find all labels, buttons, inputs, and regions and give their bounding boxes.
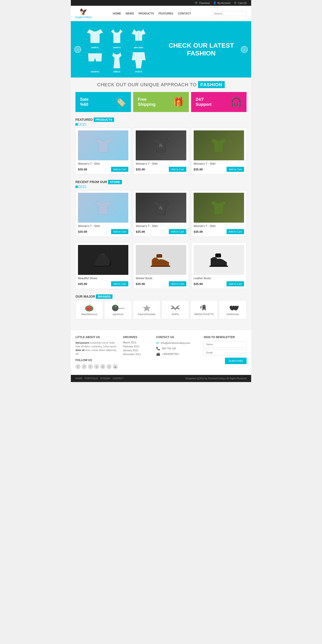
newsletter-email-input[interactable] [204,349,246,356]
scroll-dot-r4 [84,186,86,188]
search-input[interactable] [212,11,246,16]
footer-link-home[interactable]: HOME [76,377,82,380]
recent-name-5: Worker Boots [136,277,186,280]
checkout-icon: 🛒 [195,2,198,4]
brand-watermelocious[interactable]: WaterMelocious [76,300,103,319]
recent-image-3 [194,193,244,223]
feature-box-shipping: FreeShipping 🎁 [133,92,188,112]
footer-contact: CONTACT US ✉ info@premiumcoding.com 📞 80… [156,336,199,369]
product-image-1 [78,130,128,160]
subscribe-button[interactable]: SUBSCRIBE [225,358,246,364]
tagline-text: CHECK OUT OUR UNIQUE APPROACH TO [97,82,197,87]
brand-mansilhouette[interactable]: MANSILHOUETTE [190,300,218,319]
recent-cart-btn-1[interactable]: Add to Cart [111,229,128,234]
support-icon: 🎧 [230,96,242,108]
archives-title: ARCHIVES [123,336,152,339]
featured-scroll-nav [76,123,246,126]
checkout-link[interactable]: 🛒 Checkout [195,2,210,4]
add-to-cart-btn-2[interactable]: Add to Cart [169,167,186,172]
archive-march-2012[interactable]: March 2012 [123,341,152,344]
twitter-icon[interactable]: t [82,364,87,369]
brand-birdfly[interactable]: BirdFly [162,300,189,319]
product-footer-3: $35.99 Add to Cart [194,167,244,172]
product-name-2: Woman's T - Shirt [136,162,186,165]
main-content: CHECK OUT OUR UNIQUE APPROACH TO FASHION… [71,78,251,330]
add-to-cart-btn-3[interactable]: Add to Cart [226,167,244,172]
scroll-dot-3 [81,123,83,126]
recent-cart-btn-3[interactable]: Add to Cart [226,229,244,234]
featured-product-2: & Woman's T - Shirt $35.99 Add to Cart [133,128,188,174]
brand-plantcloud[interactable]: plantcloud plantcloud [104,300,132,319]
product-price-2: $35.99 [136,168,145,171]
rss-icon[interactable]: r [88,364,93,369]
recent-price-5: $35.99 [136,282,145,286]
hero-item-tanktop: SHIRTS [106,26,127,49]
featured-section-title: FEATURED PRODUCTS [76,118,246,122]
newsletter-name-input[interactable] [204,341,246,348]
product-price-1: $35.99 [78,168,87,171]
email-icon: ✉ [156,341,159,345]
recent-cart-btn-5[interactable]: Add to Cart [169,281,186,286]
hero-item-dress: DRESS [106,50,127,73]
hero-item-label3: BRA BRA [134,46,143,49]
nav-news[interactable]: NEWS [126,12,134,15]
shipping-icon: 🎁 [173,96,184,108]
brand-solidsociety[interactable]: SolidSociety [219,300,246,319]
brand-inspired-template-name: InspiredTemplate [138,313,155,316]
logo-name: EagleClothes [76,16,92,19]
feature-sale-text: Sale%60 [80,97,88,107]
brand-inspired-template[interactable]: InspiredTemplate [133,300,160,319]
nav-products[interactable]: PRODUCTS [138,12,154,15]
svg-point-11 [86,306,92,311]
nav-contact[interactable]: CONTACT [178,12,191,15]
hero-item-shirt1: SHIRTS [85,26,105,49]
feature-support-text: 24/7Support [196,97,212,107]
recent-cart-btn-2[interactable]: Add to Cart [169,229,186,234]
footer-link-portfolio[interactable]: PORTFOLIO [85,377,98,380]
recent-price-2: $35.99 [136,230,145,234]
brand-birdfly-name: BirdFly [172,313,179,316]
scroll-dot-4 [84,123,86,126]
footer-link-sitemap[interactable]: SITEMAP [100,377,110,380]
recent-product-3: Woman's T - Shirt $35.99 Add to Cart [191,190,246,237]
logo[interactable]: 🦅 EagleClothes [76,8,92,19]
feature-box-support: 24/7Support 🎧 [191,92,246,112]
facebook-icon[interactable]: f [76,364,80,369]
nav-home[interactable]: HOME [113,12,121,15]
product-price-3: $35.99 [194,168,203,171]
dribbble-icon[interactable]: d [100,364,105,369]
footer-link-contact[interactable]: CONTACT [113,377,124,380]
recent-cart-btn-4[interactable]: Add to Cart [111,281,128,286]
tagline-highlight: FASHION [198,81,225,88]
feature-shipping-text: FreeShipping [138,97,156,107]
brand-plantcloud-name: plantcloud [113,313,123,316]
contact-fax: 📠 +38640807561 [156,352,199,356]
brand-solidsociety-name: SolidSociety [226,313,239,316]
recent-product-grid-2: Beautiful Shoes $35.99 Add to Cart Worke [76,242,246,289]
archive-january-2012[interactable]: January 2012 [123,349,152,352]
archive-december-2011[interactable]: December 2011 [123,353,152,356]
contact-phone: 📞 800 756 156 [156,346,199,350]
hero-item-pants: PANTS [128,50,149,73]
vimeo-icon[interactable]: v [94,364,99,369]
brands-grid: WaterMelocious plantcloud plantcloud Ins… [76,300,246,319]
hero-prev-arrow[interactable]: ‹ [74,46,81,53]
archive-february-2012[interactable]: February 2012 [123,345,152,348]
lastfm-icon[interactable]: ♫ [106,364,112,369]
cart-link[interactable]: 🛒 Cart (3) [234,2,246,4]
recent-product-grid-1: Woman's T - Shirt $35.99 Add to Cart & W… [76,190,246,237]
user-icon: 👤 [213,2,216,4]
nav-features[interactable]: FEATURES [159,12,174,15]
featured-product-1: Woman's T - Shirt $35.99 Add to Cart [76,128,131,174]
delicious-icon[interactable]: ☁ [113,364,118,369]
hero-item-bra: BRA BRA [128,26,149,49]
recent-product-4: Beautiful Shoes $35.99 Add to Cart [76,242,131,289]
recent-name-1: Woman's T - Shirt [78,224,128,228]
hero-section: ‹ SHIRTS SHIRTS BRA BRA SH [71,21,251,78]
my-account-link[interactable]: 👤 My Account [213,2,230,4]
hero-next-arrow[interactable]: › [241,46,248,53]
product-name-1: Woman's T - Shirt [78,162,128,165]
recent-cart-btn-6[interactable]: Add to Cart [226,281,244,286]
add-to-cart-btn-1[interactable]: Add to Cart [111,167,128,172]
contact-email: ✉ info@premiumcoding.com [156,341,199,345]
